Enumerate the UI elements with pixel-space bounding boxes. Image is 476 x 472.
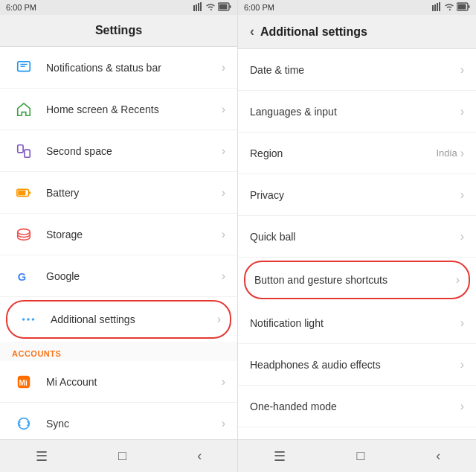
svg-rect-2 [198,3,199,11]
datetime-chevron: › [460,63,464,77]
secondspace-label: Second space [46,145,222,157]
svg-rect-22 [432,5,434,11]
notificationlight-label: Notification light [250,317,460,329]
settings-item-notifications[interactable]: Notifications & status bar › [0,47,237,89]
left-header: Settings [0,15,237,47]
settings-item-sync[interactable]: Sync › [0,403,237,439]
mi-icon: Mi [16,374,32,390]
svg-rect-23 [434,4,436,11]
notifications-chevron: › [222,61,225,74]
notifications-label: Notifications & status bar [46,62,222,74]
settings-item-datetime[interactable]: Date & time › [238,49,476,91]
google-label: Google [46,270,222,282]
battery-status-icon [218,2,231,13]
settings-item-accessibility[interactable]: Accessibility › [238,427,476,439]
svg-rect-14 [18,190,25,194]
additionalsettings-chevron: › [217,313,221,326]
settings-item-region[interactable]: Region India › [238,133,476,174]
settings-item-miaccount[interactable]: Mi Mi Account › [0,361,237,403]
left-nav-menu[interactable]: ☰ [21,442,62,471]
privacy-label: Privacy [250,189,460,201]
sim-icon [193,2,203,13]
homescreen-icon-wrap [12,101,36,118]
battery-icon-wrap [12,185,36,201]
homescreen-chevron: › [222,103,225,116]
onehanded-label: One-handed mode [250,401,460,412]
additionalsettings-icon-wrap [16,311,40,328]
right-wifi-icon [444,2,454,13]
settings-item-onehanded[interactable]: One-handed mode › [238,386,476,427]
homescreen-label: Home screen & Recents [46,103,222,115]
dots-icon [20,311,36,328]
storage-label: Storage [46,229,222,240]
headphonesaudio-label: Headphones & audio effects [250,359,460,371]
languageinput-label: Languages & input [250,106,460,118]
settings-item-languageinput[interactable]: Languages & input › [238,91,476,133]
google-icon-wrap: G [12,268,36,284]
svg-point-15 [18,229,30,234]
svg-text:G: G [18,270,26,282]
settings-item-headphonesaudio[interactable]: Headphones & audio effects › [238,344,476,386]
headphonesaudio-chevron: › [460,358,464,371]
left-nav-back[interactable]: ‹ [182,442,216,470]
notifications-icon [16,60,32,76]
settings-item-notificationlight[interactable]: Notification light › [238,302,476,344]
right-title: Additional settings [260,25,367,39]
google-chevron: › [222,270,225,283]
back-arrow-icon[interactable]: ‹ [250,24,254,39]
svg-point-19 [32,318,35,321]
right-nav-menu[interactable]: ☰ [259,442,300,471]
settings-item-privacy[interactable]: Privacy › [238,174,476,216]
sync-label: Sync [46,418,222,430]
battery-chevron: › [222,186,225,200]
settings-item-quickball[interactable]: Quick ball › [238,216,476,258]
accounts-section-label: ACCOUNTS [0,342,237,361]
battery-label: Battery [46,187,222,199]
settings-item-secondspace[interactable]: Second space › [0,130,237,172]
right-status-icons [431,2,470,13]
miaccount-chevron: › [222,375,225,389]
right-time: 6:00 PM [244,3,274,12]
storage-icon [16,226,32,243]
right-nav-back[interactable]: ‹ [421,442,455,470]
left-status-bar: 6:00 PM [0,0,237,15]
right-nav-home[interactable]: □ [342,442,380,470]
left-nav-bar: ☰ □ ‹ [0,439,237,472]
svg-point-17 [22,318,25,321]
battery-icon [16,185,32,201]
svg-rect-10 [18,144,23,152]
buttongesture-chevron: › [456,273,460,287]
region-value: India [436,147,457,159]
quickball-chevron: › [460,230,464,243]
left-time: 6:00 PM [6,3,36,12]
svg-rect-5 [219,4,228,10]
settings-item-battery[interactable]: Battery › [0,172,237,214]
svg-rect-24 [437,3,438,11]
svg-rect-6 [230,5,231,8]
secondspace-icon-wrap [12,143,36,159]
svg-rect-13 [29,191,30,194]
left-nav-home[interactable]: □ [103,442,141,470]
miaccount-icon-wrap: Mi [12,374,36,390]
right-nav-bar: ☰ □ ‹ [238,439,476,472]
left-panel: 6:00 PM Settings [0,0,238,472]
wifi-icon [205,2,216,13]
right-settings-list: Date & time › Languages & input › Region… [238,49,476,439]
sync-icon [16,415,32,432]
settings-item-buttongesture[interactable]: Button and gesture shortcuts › [244,261,470,299]
svg-text:Mi: Mi [19,378,28,386]
right-sim-icon [431,2,442,13]
settings-item-homescreen[interactable]: Home screen & Recents › [0,89,237,130]
quickball-label: Quick ball [250,231,460,243]
settings-item-additionalsettings[interactable]: Additional settings › [6,300,231,339]
second-space-icon [16,143,32,159]
google-icon: G [16,268,32,284]
storage-chevron: › [222,228,225,241]
right-status-bar: 6:00 PM [238,0,476,15]
datetime-label: Date & time [250,64,460,76]
additionalsettings-label: Additional settings [51,313,217,325]
settings-item-google[interactable]: G Google › [0,255,237,297]
languageinput-chevron: › [460,105,464,118]
svg-rect-1 [196,4,197,11]
settings-item-storage[interactable]: Storage › [0,214,237,255]
